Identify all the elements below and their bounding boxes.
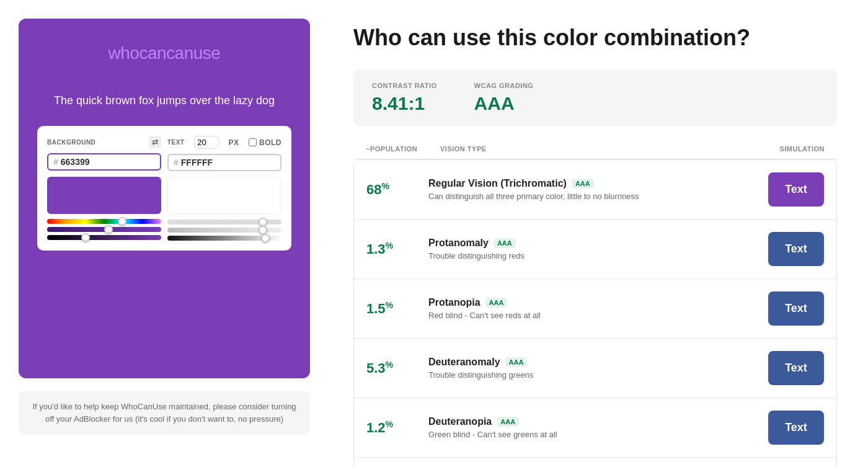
- logo-who: who: [108, 43, 140, 63]
- vision-description: Trouble distinguishing reds: [428, 251, 768, 260]
- vision-name: Regular Vision (Trichromatic) AAA: [428, 178, 768, 189]
- left-panel: whocancanuse The quick brown fox jumps o…: [0, 0, 329, 467]
- wcag-value: AAA: [474, 93, 534, 114]
- preview-sample-text: The quick brown fox jumps over the lazy …: [54, 94, 275, 107]
- vision-name: Protanopia AAA: [428, 297, 768, 308]
- contrast-ratio-value: 8.41:1: [372, 93, 437, 114]
- aaa-badge: AAA: [572, 179, 594, 189]
- background-hex-wrap[interactable]: #: [47, 153, 161, 171]
- pct-superscript: %: [386, 241, 393, 251]
- vision-description: Green blind - Can't see greens at all: [428, 430, 768, 439]
- vision-description: Red blind - Can't see reds at all: [428, 311, 768, 320]
- vision-info: Protanomaly AAA Trouble distinguishing r…: [428, 238, 768, 260]
- logo-can: can: [139, 43, 166, 63]
- text-swatch: [167, 177, 281, 215]
- stats-bar: CONTRAST RATIO 8.41:1 WCAG GRADING AAA: [353, 69, 837, 127]
- color-controls-widget: BACKGROUND ⇄ #: [37, 126, 291, 251]
- simulation-button[interactable]: Text: [768, 232, 824, 266]
- vision-description: Trouble distinguishing greens: [428, 370, 768, 380]
- contrast-ratio-stat: CONTRAST RATIO 8.41:1: [372, 82, 437, 114]
- adblock-notice: If you'd like to help keep WhoCanUse mai…: [19, 391, 310, 435]
- pct-superscript: %: [386, 360, 393, 370]
- logo-use: canuse: [166, 43, 220, 63]
- text-sat-slider[interactable]: [167, 228, 281, 233]
- wcag-stat: WCAG GRADING AAA: [474, 82, 534, 114]
- aaa-badge: AAA: [485, 298, 508, 308]
- text-hex-wrap[interactable]: #: [167, 154, 281, 171]
- population-header: ~POPULATION: [366, 145, 440, 153]
- wcag-label: WCAG GRADING: [474, 82, 534, 89]
- vision-type-header: VISION TYPE: [440, 145, 750, 153]
- logo: whocancanuse: [108, 43, 221, 63]
- vision-info: Deuteranopia AAA Green blind - Can't see…: [428, 416, 768, 439]
- population-percentage: 1.3%: [366, 241, 428, 257]
- aaa-badge: AAA: [494, 238, 516, 248]
- vision-info: Protanopia AAA Red blind - Can't see red…: [428, 297, 768, 320]
- swap-button[interactable]: ⇄: [149, 136, 161, 148]
- aaa-badge: AAA: [497, 417, 519, 427]
- size-unit: PX: [229, 138, 239, 147]
- vision-info: Regular Vision (Trichromatic) AAA Can di…: [428, 178, 768, 201]
- preview-box: whocancanuse The quick brown fox jumps o…: [19, 19, 310, 378]
- vision-row: 1.3% Protanomaly AAA Trouble distinguish…: [354, 220, 836, 279]
- simulation-button[interactable]: Text: [768, 351, 824, 385]
- population-percentage: 1.5%: [366, 300, 428, 317]
- population-percentage: 5.3%: [366, 360, 428, 376]
- background-label: BACKGROUND ⇄: [47, 136, 161, 148]
- pct-superscript: %: [386, 419, 393, 429]
- vision-row: 0.03% Tritanomaly AAA Trouble distinguis…: [354, 458, 836, 467]
- text-label-row: TEXT PX BOLD: [167, 136, 281, 149]
- background-control: BACKGROUND ⇄ #: [47, 136, 161, 241]
- simulation-button[interactable]: Text: [768, 172, 824, 207]
- text-hex-input[interactable]: [181, 158, 275, 167]
- table-header: ~POPULATION VISION TYPE SIMULATION: [353, 145, 837, 159]
- page-title: Who can use this color combination?: [353, 25, 837, 51]
- lightness-slider-track[interactable]: [47, 235, 161, 240]
- text-sliders: [167, 220, 281, 241]
- vision-row: 5.3% Deuteranomaly AAA Trouble distingui…: [354, 339, 836, 398]
- vision-table: 68% Regular Vision (Trichromatic) AAA Ca…: [353, 159, 837, 467]
- population-percentage: 1.2%: [366, 419, 428, 436]
- vision-name: Protanomaly AAA: [428, 238, 768, 249]
- vision-description: Can distinguish all three primary color,…: [428, 192, 768, 201]
- bold-checkbox-label[interactable]: BOLD: [249, 138, 281, 147]
- vision-name: Deuteranopia AAA: [428, 416, 768, 427]
- text-light-slider[interactable]: [167, 236, 281, 241]
- pct-superscript: %: [381, 181, 389, 191]
- vision-row: 1.5% Protanopia AAA Red blind - Can't se…: [354, 279, 836, 339]
- background-swatch: [47, 177, 161, 214]
- pct-superscript: %: [386, 300, 393, 310]
- bg-hash: #: [53, 157, 58, 167]
- hue-slider-track[interactable]: [47, 219, 161, 224]
- simulation-button[interactable]: Text: [768, 291, 824, 326]
- text-hash: #: [174, 158, 179, 167]
- vision-row: 68% Regular Vision (Trichromatic) AAA Ca…: [354, 160, 836, 220]
- simulation-button[interactable]: Text: [768, 411, 824, 445]
- vision-row: 1.2% Deuteranopia AAA Green blind - Can'…: [354, 398, 836, 458]
- bold-checkbox[interactable]: [249, 138, 257, 146]
- text-hue-slider[interactable]: [167, 220, 281, 225]
- background-hex-input[interactable]: [61, 157, 155, 167]
- font-size-input[interactable]: [194, 136, 219, 149]
- right-panel: Who can use this color combination? CONT…: [329, 0, 868, 467]
- vision-info: Deuteranomaly AAA Trouble distinguishing…: [428, 357, 768, 380]
- aaa-badge: AAA: [505, 357, 528, 367]
- text-control: TEXT PX BOLD #: [167, 136, 281, 241]
- vision-name: Deuteranomaly AAA: [428, 357, 768, 368]
- population-percentage: 68%: [366, 181, 428, 198]
- saturation-slider-track[interactable]: [47, 227, 161, 232]
- contrast-ratio-label: CONTRAST RATIO: [372, 82, 437, 89]
- background-sliders: [47, 219, 161, 240]
- simulation-header: SIMULATION: [750, 145, 825, 153]
